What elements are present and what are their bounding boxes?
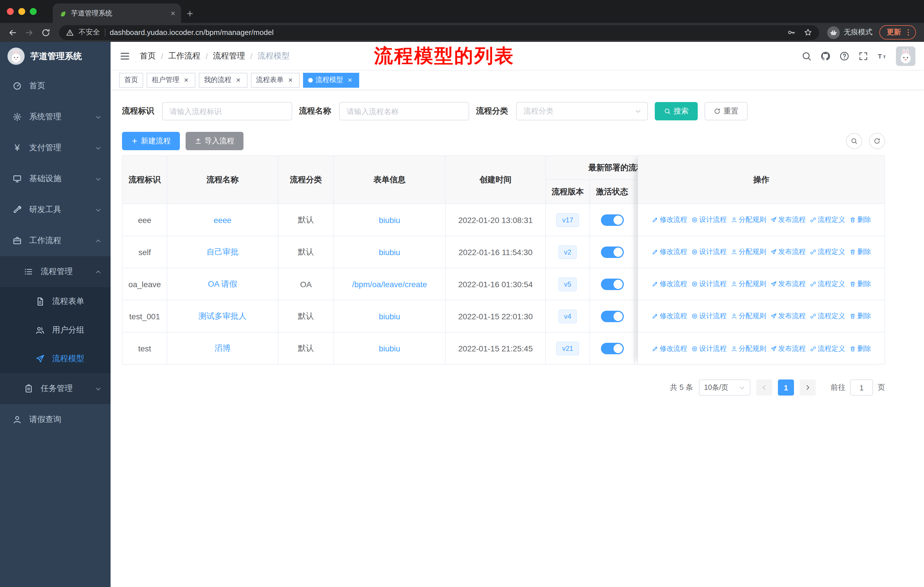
- fullscreen-icon[interactable]: [858, 51, 868, 61]
- tab-close-icon[interactable]: ×: [234, 76, 242, 84]
- next-page-button[interactable]: [800, 379, 816, 395]
- form-info-link[interactable]: biubiu: [379, 215, 401, 225]
- process-name-link[interactable]: 测试多审批人: [198, 311, 247, 320]
- tab-home[interactable]: 首页: [119, 73, 143, 88]
- action-definition-link[interactable]: 流程定义: [810, 344, 845, 354]
- search-button[interactable]: 搜索: [655, 102, 698, 121]
- sidebar-item-process-model[interactable]: 流程模型: [0, 344, 111, 373]
- user-avatar[interactable]: [896, 46, 916, 66]
- bookmark-star-icon[interactable]: [804, 28, 812, 37]
- process-name-link[interactable]: 自己审批: [206, 247, 239, 256]
- action-del-link[interactable]: 删除: [849, 279, 871, 289]
- action-design-link[interactable]: 设计流程: [691, 247, 727, 257]
- process-name-link[interactable]: OA 请假: [208, 279, 238, 288]
- help-icon[interactable]: [839, 51, 850, 61]
- action-assign-link[interactable]: 分配规则: [731, 344, 766, 354]
- tab-process-model[interactable]: 流程模型×: [303, 73, 359, 88]
- sidebar-item-home[interactable]: 首页: [0, 71, 111, 101]
- sidebar-item-process-form[interactable]: 流程表单: [0, 287, 111, 316]
- action-design-link[interactable]: 设计流程: [691, 311, 727, 321]
- active-toggle[interactable]: [601, 246, 624, 258]
- breadcrumb-item[interactable]: 首页: [140, 51, 156, 61]
- goto-page-input[interactable]: [850, 379, 873, 395]
- action-edit-link[interactable]: 修改流程: [652, 311, 687, 321]
- action-del-link[interactable]: 删除: [849, 247, 871, 257]
- process-name-input[interactable]: [339, 102, 469, 121]
- action-design-link[interactable]: 设计流程: [691, 215, 727, 225]
- action-assign-link[interactable]: 分配规则: [731, 215, 766, 225]
- action-publish-link[interactable]: 发布流程: [770, 247, 806, 257]
- breadcrumb-item[interactable]: 流程模型: [257, 51, 290, 61]
- tab-close-icon[interactable]: ×: [171, 9, 175, 17]
- sidebar-item-workflow[interactable]: 工作流程: [0, 225, 111, 256]
- sidebar-item-infra[interactable]: 基础设施: [0, 164, 111, 194]
- font-size-icon[interactable]: [877, 51, 887, 61]
- form-info-link[interactable]: biubiu: [379, 344, 401, 353]
- refresh-table-button[interactable]: [869, 133, 885, 149]
- action-edit-link[interactable]: 修改流程: [652, 279, 687, 289]
- action-del-link[interactable]: 删除: [849, 344, 871, 354]
- action-edit-link[interactable]: 修改流程: [652, 215, 687, 225]
- forward-button[interactable]: [21, 25, 37, 40]
- process-name-link[interactable]: 滔博: [214, 343, 231, 352]
- process-key-input[interactable]: [162, 102, 292, 121]
- window-close-button[interactable]: [7, 8, 14, 15]
- prev-page-button[interactable]: [756, 379, 772, 395]
- action-assign-link[interactable]: 分配规则: [731, 279, 766, 289]
- action-design-link[interactable]: 设计流程: [691, 344, 727, 354]
- action-definition-link[interactable]: 流程定义: [810, 215, 845, 225]
- reload-button[interactable]: [38, 25, 53, 40]
- tab-process-form[interactable]: 流程表单×: [251, 73, 300, 88]
- url-text[interactable]: dashboard.yudao.iocoder.cn/bpm/manager/m…: [110, 28, 779, 37]
- form-info-link[interactable]: biubiu: [379, 247, 401, 256]
- action-edit-link[interactable]: 修改流程: [652, 344, 687, 354]
- form-info-link[interactable]: biubiu: [379, 312, 401, 321]
- action-design-link[interactable]: 设计流程: [691, 279, 727, 289]
- page-number-1[interactable]: 1: [778, 379, 794, 395]
- window-minimize-button[interactable]: [18, 8, 25, 15]
- action-assign-link[interactable]: 分配规则: [731, 311, 766, 321]
- app-logo[interactable]: 芋道管理系统: [0, 42, 111, 71]
- active-toggle[interactable]: [601, 214, 624, 226]
- show-search-button[interactable]: [846, 133, 862, 149]
- browser-tab[interactable]: 芋道管理系统 ×: [53, 3, 181, 23]
- tab-tenant[interactable]: 租户管理×: [147, 73, 195, 88]
- new-tab-button[interactable]: +: [187, 8, 193, 19]
- sidebar-item-user-group[interactable]: 用户分组: [0, 316, 111, 344]
- action-del-link[interactable]: 删除: [849, 215, 871, 225]
- action-publish-link[interactable]: 发布流程: [770, 279, 806, 289]
- sidebar-item-task-mgmt[interactable]: 任务管理: [0, 373, 111, 404]
- action-publish-link[interactable]: 发布流程: [770, 215, 806, 225]
- category-select[interactable]: 流程分类: [516, 102, 648, 121]
- action-definition-link[interactable]: 流程定义: [810, 279, 845, 289]
- process-name-link[interactable]: eeee: [214, 215, 231, 225]
- action-del-link[interactable]: 删除: [849, 311, 871, 321]
- security-label[interactable]: 不安全: [79, 28, 100, 37]
- action-edit-link[interactable]: 修改流程: [652, 247, 687, 257]
- sidebar-item-leave-query[interactable]: 请假查询: [0, 404, 111, 435]
- github-icon[interactable]: [820, 51, 831, 61]
- hamburger-icon[interactable]: [119, 50, 130, 62]
- action-definition-link[interactable]: 流程定义: [810, 247, 845, 257]
- window-zoom-button[interactable]: [30, 8, 37, 15]
- browser-menu-kebab-icon[interactable]: [904, 28, 912, 37]
- action-assign-link[interactable]: 分配规则: [731, 247, 766, 257]
- active-toggle[interactable]: [601, 311, 624, 322]
- action-publish-link[interactable]: 发布流程: [770, 344, 806, 354]
- create-process-button[interactable]: 新建流程: [122, 132, 180, 150]
- action-publish-link[interactable]: 发布流程: [770, 311, 806, 321]
- sidebar-item-system[interactable]: 系统管理: [0, 101, 111, 132]
- form-info-link[interactable]: /bpm/oa/leave/create: [352, 279, 427, 289]
- tab-close-icon[interactable]: ×: [346, 76, 354, 84]
- tab-my-process[interactable]: 我的流程×: [199, 73, 248, 88]
- reset-button[interactable]: 重置: [705, 102, 747, 121]
- page-size-select[interactable]: 10条/页: [699, 379, 751, 395]
- sidebar-item-process-mgmt[interactable]: 流程管理: [0, 256, 111, 287]
- breadcrumb-item[interactable]: 流程管理: [213, 51, 245, 61]
- sidebar-item-devtools[interactable]: 研发工具: [0, 194, 111, 225]
- tab-close-icon[interactable]: ×: [286, 76, 294, 84]
- breadcrumb-item[interactable]: 工作流程: [168, 51, 201, 61]
- import-process-button[interactable]: 导入流程: [186, 132, 243, 150]
- action-definition-link[interactable]: 流程定义: [810, 311, 845, 321]
- tab-close-icon[interactable]: ×: [182, 76, 190, 84]
